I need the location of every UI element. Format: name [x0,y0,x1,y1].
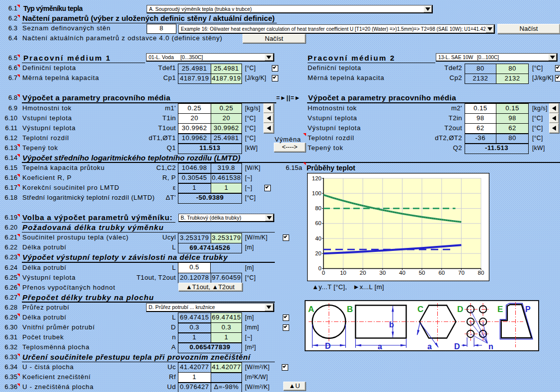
svg-text:D: D [457,305,463,314]
svg-text:40: 40 [399,270,405,276]
svg-text:80: 80 [478,270,484,276]
svg-text:50: 50 [419,270,425,276]
svg-text:0: 0 [319,265,321,271]
svg-text:B: B [347,305,353,314]
svg-text:E: E [497,305,503,314]
svg-text:70: 70 [458,270,465,276]
svg-text:D: D [454,342,460,351]
svg-text:80: 80 [315,205,321,211]
svg-text:60: 60 [315,220,321,226]
svg-text:P: P [525,305,531,314]
svg-text:C: C [417,305,423,314]
svg-text:10: 10 [340,270,346,276]
svg-text:0: 0 [322,270,325,276]
svg-text:100: 100 [312,190,321,196]
svg-text:b: b [389,320,394,329]
svg-text:20: 20 [360,270,366,276]
svg-text:A: A [308,305,314,314]
svg-text:a: a [378,342,382,351]
svg-text:n: n [488,342,493,351]
svg-text:D: D [325,342,331,350]
svg-text:60: 60 [438,270,445,276]
svg-text:120: 120 [312,175,321,181]
svg-text:a: a [427,342,432,351]
svg-text:40: 40 [315,235,321,241]
svg-text:20: 20 [315,250,321,256]
svg-text:30: 30 [380,270,386,276]
